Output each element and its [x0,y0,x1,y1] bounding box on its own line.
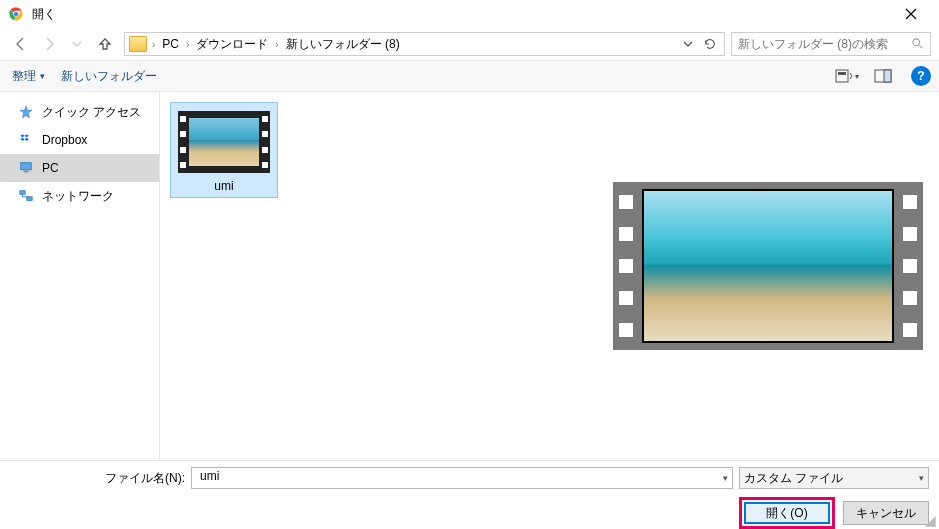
breadcrumb-item[interactable]: PC [160,37,181,51]
preview-image [613,182,923,350]
chevron-right-icon: › [272,39,281,50]
sidebar-item-label: クイック アクセス [42,104,141,121]
svg-rect-10 [20,191,25,195]
svg-rect-4 [836,70,848,82]
filename-combobox[interactable]: ▾ [191,467,733,489]
breadcrumb-item[interactable]: 新しいフォルダー (8) [284,36,402,53]
svg-rect-9 [23,171,28,173]
svg-point-3 [913,38,920,45]
filetype-label: カスタム ファイル [744,470,843,487]
caret-down-icon: ▾ [919,473,924,483]
folder-icon [129,36,147,52]
sidebar-item-label: ネットワーク [42,188,114,205]
svg-rect-7 [884,70,891,82]
recent-button[interactable] [64,31,90,57]
sidebar-item-network[interactable]: ネットワーク [0,182,159,210]
dropbox-icon [18,132,34,148]
refresh-button[interactable] [700,34,720,54]
search-box[interactable] [731,32,931,56]
search-icon [908,37,926,52]
caret-down-icon[interactable]: ▾ [723,473,728,483]
address-dropdown-icon[interactable] [678,34,698,54]
window-title: 開く [32,6,56,23]
filename-label: ファイル名(N): [105,470,185,487]
preview-pane-button[interactable] [869,65,897,87]
sidebar-item-label: PC [42,161,59,175]
chevron-right-icon: › [149,39,158,50]
filetype-select[interactable]: カスタム ファイル ▾ [739,467,929,489]
open-button-highlight: 開く(O) [739,497,835,529]
filename-input[interactable] [198,468,712,484]
content-area: umi [160,92,939,460]
preview-pane [460,92,939,460]
organize-menu[interactable]: 整理 ▾ [8,66,49,87]
chrome-icon [8,6,24,22]
network-icon [18,188,34,204]
toolbar: 整理 ▾ 新しいフォルダー ▾ ? [0,60,939,92]
pc-icon [18,160,34,176]
cancel-button[interactable]: キャンセル [843,501,929,525]
cancel-button-label: キャンセル [856,505,916,522]
breadcrumb-item[interactable]: ダウンロード [194,36,270,53]
address-bar[interactable]: › PC › ダウンロード › 新しいフォルダー (8) [124,32,725,56]
new-folder-label: 新しいフォルダー [61,68,157,85]
caret-down-icon: ▾ [855,72,859,81]
sidebar-item-dropbox[interactable]: Dropbox [0,126,159,154]
star-icon [18,104,34,120]
close-button[interactable] [891,2,931,26]
sidebar-item-label: Dropbox [42,133,87,147]
svg-rect-5 [838,72,846,75]
back-button[interactable] [8,31,34,57]
svg-rect-8 [21,163,32,170]
help-button[interactable]: ? [911,66,931,86]
open-button[interactable]: 開く(O) [744,502,830,524]
view-mode-button[interactable]: ▾ [833,65,861,87]
chevron-right-icon: › [183,39,192,50]
nav-row: › PC › ダウンロード › 新しいフォルダー (8) [0,28,939,60]
organize-label: 整理 [12,68,36,85]
file-item-label: umi [177,179,271,193]
new-folder-button[interactable]: 新しいフォルダー [57,66,161,87]
item-grid[interactable]: umi [160,92,460,460]
resize-grip-icon[interactable]: ◢ [925,515,937,527]
up-button[interactable] [92,31,118,57]
forward-button[interactable] [36,31,62,57]
title-bar: 開く [0,0,939,28]
sidebar-item-pc[interactable]: PC [0,154,159,182]
footer: ファイル名(N): ▾ カスタム ファイル ▾ 開く(O) キャンセル ◢ [0,460,939,529]
sidebar: クイック アクセス Dropbox PC ネットワーク [0,92,160,460]
svg-rect-11 [27,197,32,201]
open-button-label: 開く(O) [766,505,807,522]
search-input[interactable] [736,36,908,52]
caret-down-icon: ▾ [40,71,45,81]
video-thumbnail-icon [178,111,270,173]
main-area: クイック アクセス Dropbox PC ネットワーク [0,92,939,460]
sidebar-item-quick-access[interactable]: クイック アクセス [0,98,159,126]
file-item[interactable]: umi [170,102,278,198]
